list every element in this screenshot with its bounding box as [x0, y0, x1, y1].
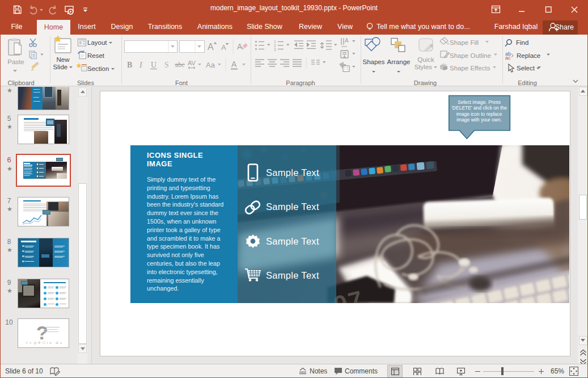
- svg-text:image icon to replace: image icon to replace: [456, 111, 502, 117]
- svg-text:B: B: [127, 61, 132, 69]
- svg-text:AV: AV: [188, 60, 196, 66]
- svg-text:A: A: [237, 42, 243, 51]
- svg-text:A: A: [231, 60, 237, 69]
- svg-text:ac: ac: [505, 55, 511, 61]
- svg-text:A: A: [221, 43, 226, 52]
- svg-text:'DELETE' and click on the: 'DELETE' and click on the: [451, 105, 507, 111]
- svg-text:1: 1: [274, 40, 276, 44]
- svg-text:I: I: [139, 61, 143, 69]
- svg-text:S: S: [164, 61, 169, 69]
- svg-text:image with your own.: image with your own.: [456, 117, 502, 123]
- svg-text:A: A: [345, 37, 349, 44]
- svg-text:2: 2: [274, 44, 276, 48]
- svg-text:Aa: Aa: [206, 61, 215, 69]
- svg-text:A: A: [208, 42, 214, 52]
- svg-text:U: U: [151, 61, 156, 69]
- svg-text:3: 3: [274, 48, 276, 52]
- svg-text:Select image. Press: Select image. Press: [458, 99, 501, 105]
